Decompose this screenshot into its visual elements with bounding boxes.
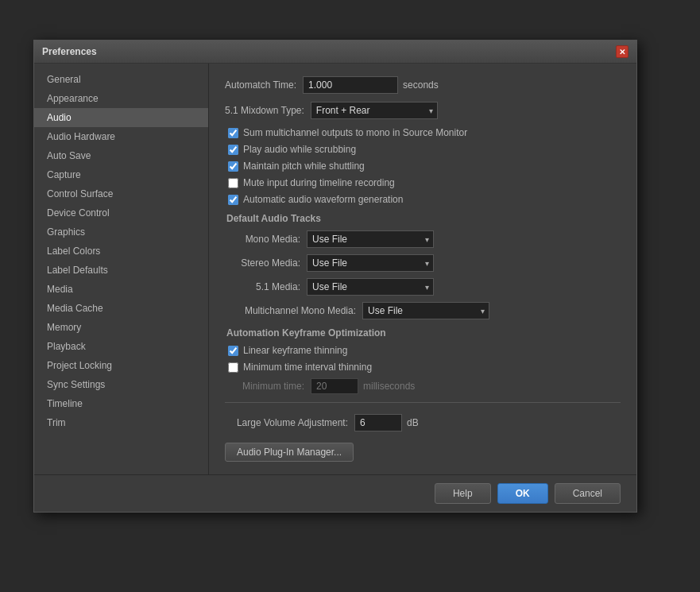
preferences-dialog: Preferences ✕ General Appearance Audio A… [33,40,637,513]
linear-thinning-row: Linear keyframe thinning [228,345,621,356]
sidebar-item-project-locking[interactable]: Project Locking [34,356,208,375]
dialog-title: Preferences [42,46,97,57]
stereo-select[interactable]: Use FileMonoStereo5.1 [307,254,434,272]
volume-unit: dB [407,417,419,428]
ok-button[interactable]: OK [497,483,548,504]
51-track-row: 5.1 Media: Use FileMonoStereo5.1 [233,278,621,296]
mono-select[interactable]: Use FileMonoStereo5.1 [307,230,434,248]
automation-header: Automation Keyframe Optimization [225,327,621,339]
sidebar-item-device-control[interactable]: Device Control [34,203,208,222]
automatch-unit: seconds [403,79,439,91]
automation-section: Automation Keyframe Optimization Linear … [225,327,621,394]
checkbox-maintain-pitch: Maintain pitch while shuttling [228,161,621,172]
linear-thinning-check[interactable] [228,346,238,356]
auto-waveform-check[interactable] [228,195,238,205]
sidebar-item-label-defaults[interactable]: Label Defaults [34,261,208,280]
multichannel-select[interactable]: Use FileMonoStereo5.1 [362,302,489,319]
mixdown-select-wrapper: Front + Rear Front Rear Front + Rear + L… [311,102,438,119]
stereo-label: Stereo Media: [233,257,300,269]
multichannel-track-row: Multichannel Mono Media: Use FileMonoSte… [233,302,621,319]
bottom-divider [225,402,621,403]
auto-waveform-label: Automatic audio waveform generation [243,194,403,205]
min-time-unit: milliseconds [363,381,415,392]
51-select-wrapper: Use FileMonoStereo5.1 [307,278,434,296]
sum-multichannel-check[interactable] [228,128,238,138]
sum-multichannel-label: Sum multichannel outputs to mono in Sour… [243,127,467,138]
volume-row: Large Volume Adjustment: dB [225,414,621,431]
dialog-footer: Help OK Cancel [34,474,636,512]
stereo-select-wrapper: Use FileMonoStereo5.1 [307,254,434,272]
min-time-input[interactable] [311,378,358,394]
checkbox-auto-waveform: Automatic audio waveform generation [228,194,621,205]
min-time-label: Minimum time: [242,381,304,392]
sidebar-item-general[interactable]: General [34,70,208,89]
sidebar-item-audio[interactable]: Audio [34,108,208,127]
sidebar: General Appearance Audio Audio Hardware … [34,64,209,474]
51-select[interactable]: Use FileMonoStereo5.1 [307,278,434,296]
maintain-pitch-label: Maintain pitch while shuttling [243,161,365,172]
checkbox-mute-input: Mute input during timeline recording [228,177,621,188]
sidebar-item-media[interactable]: Media [34,280,208,299]
sidebar-item-timeline[interactable]: Timeline [34,394,208,413]
sidebar-item-sync-settings[interactable]: Sync Settings [34,375,208,394]
sidebar-item-control-surface[interactable]: Control Surface [34,184,208,203]
checkbox-play-audio: Play audio while scrubbing [228,144,621,155]
sidebar-item-memory[interactable]: Memory [34,318,208,337]
automatch-input[interactable] [303,76,398,94]
automatch-label: Automatch Time: [225,79,296,91]
volume-input[interactable] [354,414,402,431]
mono-label: Mono Media: [233,234,300,245]
min-time-thinning-row: Minimum time interval thinning [228,362,621,373]
min-time-thinning-check[interactable] [228,362,238,373]
play-audio-check[interactable] [228,145,238,155]
default-tracks-header: Default Audio Tracks [225,213,621,224]
volume-label: Large Volume Adjustment: [225,417,348,428]
dialog-overlay: Preferences ✕ General Appearance Audio A… [0,0,700,592]
automatch-row: Automatch Time: seconds [225,76,621,94]
checkbox-sum-multichannel: Sum multichannel outputs to mono in Sour… [228,127,621,138]
stereo-track-row: Stereo Media: Use FileMonoStereo5.1 [233,254,621,272]
linear-thinning-label: Linear keyframe thinning [243,345,347,356]
sidebar-item-capture[interactable]: Capture [34,165,208,184]
maintain-pitch-check[interactable] [228,161,238,172]
play-audio-label: Play audio while scrubbing [243,144,356,155]
min-time-thinning-label: Minimum time interval thinning [243,362,372,373]
sidebar-item-media-cache[interactable]: Media Cache [34,299,208,318]
sidebar-item-playback[interactable]: Playback [34,337,208,356]
sidebar-item-audio-hardware[interactable]: Audio Hardware [34,127,208,146]
mixdown-row: 5.1 Mixdown Type: Front + Rear Front Rea… [225,102,621,119]
dialog-titlebar: Preferences ✕ [34,41,636,64]
sidebar-item-label-colors[interactable]: Label Colors [34,242,208,261]
sidebar-item-auto-save[interactable]: Auto Save [34,146,208,165]
mute-input-check[interactable] [228,178,238,188]
multichannel-label: Multichannel Mono Media: [233,305,356,316]
sidebar-item-trim[interactable]: Trim [34,413,208,432]
main-content: Automatch Time: seconds 5.1 Mixdown Type… [209,64,636,474]
mixdown-select[interactable]: Front + Rear Front Rear Front + Rear + L… [311,102,438,119]
mono-track-row: Mono Media: Use FileMonoStereo5.1 [233,230,621,248]
plugin-manager-button[interactable]: Audio Plug-In Manager... [225,443,354,462]
min-time-row: Minimum time: milliseconds [242,378,621,394]
51-label: 5.1 Media: [233,281,300,292]
close-button[interactable]: ✕ [616,45,628,58]
dialog-body: General Appearance Audio Audio Hardware … [34,64,636,474]
multichannel-select-wrapper: Use FileMonoStereo5.1 [362,302,489,319]
sidebar-item-graphics[interactable]: Graphics [34,222,208,242]
mono-select-wrapper: Use FileMonoStereo5.1 [307,230,434,248]
mute-input-label: Mute input during timeline recording [243,177,395,188]
tracks-section: Mono Media: Use FileMonoStereo5.1 Stereo… [233,230,621,319]
sidebar-item-appearance[interactable]: Appearance [34,89,208,108]
mixdown-label: 5.1 Mixdown Type: [225,105,304,116]
help-button[interactable]: Help [435,483,491,504]
cancel-button[interactable]: Cancel [555,483,621,504]
